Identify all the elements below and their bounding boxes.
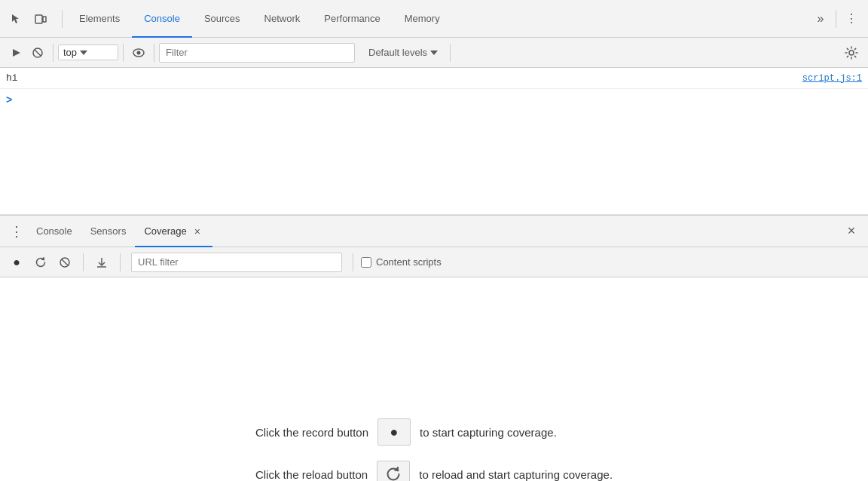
default-levels-label: Default levels	[368, 47, 427, 58]
frame-selector[interactable]: top	[58, 44, 118, 60]
hint-reload-icon-box	[377, 461, 410, 481]
tab-memory[interactable]: Memory	[393, 1, 452, 38]
toolbar-divider	[62, 10, 63, 28]
cov-divider-2	[120, 253, 121, 271]
bottom-tab-console-label: Console	[36, 225, 72, 237]
default-levels-dropdown[interactable]: Default levels	[361, 47, 445, 58]
bottom-panel-menu-button[interactable]: ⋮	[6, 221, 27, 242]
tab-network[interactable]: Network	[252, 1, 313, 38]
url-filter-container	[131, 253, 342, 272]
svg-point-6	[137, 51, 141, 54]
top-toolbar: Elements Console Sources Network Perform…	[0, 0, 868, 38]
svg-rect-1	[43, 17, 46, 22]
close-coverage-tab-button[interactable]: ×	[191, 225, 203, 237]
hint-record-icon: ●	[390, 424, 399, 440]
svg-line-4	[35, 50, 41, 56]
coverage-clear-button[interactable]	[54, 252, 75, 273]
bottom-panel: ⋮ Console Sensors Coverage × × ●	[0, 215, 868, 481]
console-divider-2	[123, 44, 124, 62]
console-log-source[interactable]: script.js:1	[802, 73, 862, 84]
console-divider-4	[450, 44, 451, 62]
tab-performance[interactable]: Performance	[312, 1, 392, 38]
cov-divider-3	[353, 253, 353, 271]
console-log-row: hi script.js:1	[0, 68, 868, 89]
content-scripts-text: Content scripts	[376, 256, 442, 268]
url-filter-input[interactable]	[132, 256, 341, 268]
svg-marker-2	[13, 49, 20, 57]
console-toolbar: top Default levels	[0, 38, 868, 68]
console-content: hi script.js:1 >	[0, 68, 868, 215]
toolbar-divider-2	[836, 10, 836, 28]
devtools-menu-button[interactable]: ⋮	[841, 8, 862, 29]
more-tabs-button[interactable]: »	[810, 8, 831, 29]
svg-rect-0	[35, 15, 42, 23]
frame-value: top	[63, 47, 77, 58]
content-scripts-checkbox[interactable]	[361, 257, 371, 268]
hint-row-1: Click the record button ● to start captu…	[255, 418, 557, 446]
select-element-button[interactable]	[6, 8, 27, 29]
coverage-reload-button[interactable]	[30, 252, 51, 273]
svg-point-7	[849, 51, 854, 55]
tab-console[interactable]: Console	[132, 1, 192, 38]
console-divider-3	[154, 44, 154, 62]
filter-input[interactable]	[160, 47, 354, 58]
coverage-toolbar: ●	[0, 247, 868, 277]
eye-button[interactable]	[128, 42, 149, 63]
bottom-tab-coverage-label: Coverage	[144, 225, 186, 237]
console-divider-1	[53, 44, 53, 62]
coverage-export-button[interactable]	[91, 252, 112, 273]
bottom-tab-sensors-label: Sensors	[90, 225, 127, 237]
cov-divider-1	[83, 253, 84, 271]
hint-row-2: Click the reload button to reload and st…	[255, 461, 613, 481]
console-prompt-symbol: >	[6, 93, 12, 106]
coverage-record-button[interactable]: ●	[6, 252, 27, 273]
bottom-tabs-bar: ⋮ Console Sensors Coverage × ×	[0, 216, 868, 247]
close-bottom-panel-button[interactable]: ×	[841, 221, 862, 242]
main-tabs: Elements Console Sources Network Perform…	[67, 0, 452, 37]
bottom-tab-sensors[interactable]: Sensors	[81, 216, 136, 247]
execute-button[interactable]	[6, 42, 27, 63]
hint-reload-icon	[385, 466, 402, 481]
coverage-hint-content: Click the record button ● to start captu…	[0, 277, 868, 481]
bottom-tab-coverage[interactable]: Coverage ×	[135, 216, 212, 247]
tab-elements[interactable]: Elements	[67, 1, 132, 38]
content-scripts-label[interactable]: Content scripts	[361, 256, 442, 268]
toolbar-icons	[6, 8, 51, 29]
coverage-hint-list: Click the record button ● to start captu…	[255, 418, 613, 481]
hint1-post: to start capturing coverage.	[420, 426, 557, 439]
filter-container	[159, 43, 355, 63]
hint-record-icon-box: ●	[377, 418, 411, 446]
console-prompt-row[interactable]: >	[0, 89, 868, 110]
svg-line-9	[62, 259, 68, 265]
device-toolbar-button[interactable]	[30, 8, 51, 29]
settings-button[interactable]	[841, 42, 862, 63]
hint2-post: to reload and start capturing coverage.	[419, 468, 613, 481]
bottom-tab-console[interactable]: Console	[27, 216, 81, 247]
clear-console-button[interactable]	[27, 42, 48, 63]
hint1-pre: Click the record button	[255, 426, 368, 439]
console-log-text: hi	[6, 72, 802, 84]
tab-sources[interactable]: Sources	[192, 1, 252, 38]
hint2-pre: Click the reload button	[255, 468, 368, 481]
